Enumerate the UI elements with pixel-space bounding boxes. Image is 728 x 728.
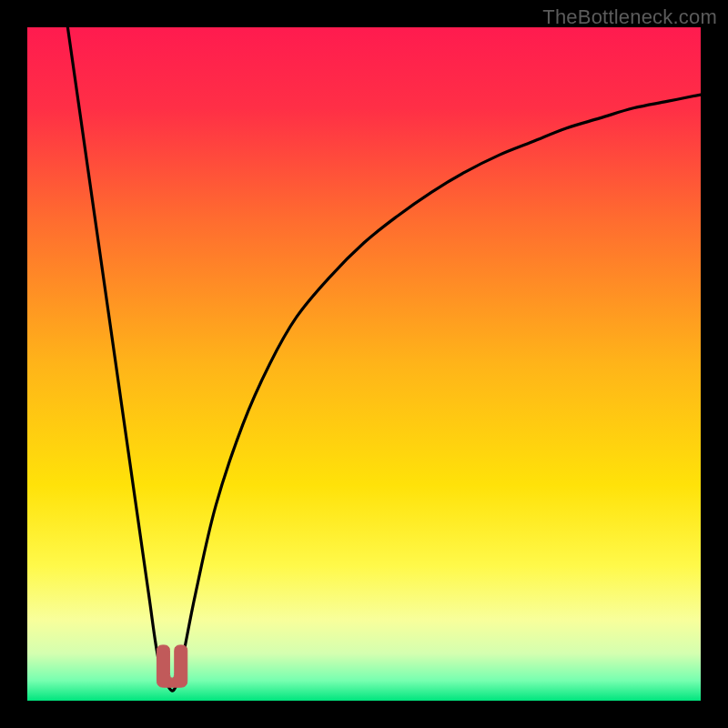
optimal-point-marker [157, 645, 187, 687]
plot-area [27, 27, 701, 701]
chart-frame: TheBottleneck.com [0, 0, 728, 728]
chart-svg [27, 27, 701, 701]
watermark-text: TheBottleneck.com [542, 5, 717, 29]
bottleneck-curve [67, 27, 701, 691]
